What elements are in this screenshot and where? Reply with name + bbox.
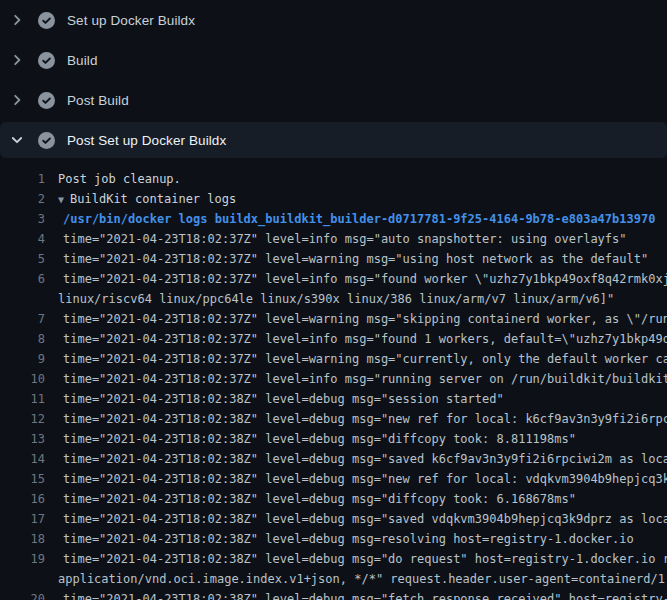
log-line-content: time="2021-04-23T18:02:38Z" level=debug … [63,432,576,446]
log-line-number[interactable]: 11 [0,389,45,409]
log-line-text: time="2021-04-23T18:02:37Z" level=info m… [63,229,627,249]
log-line-number[interactable]: 5 [0,249,45,269]
log-line-text: time="2021-04-23T18:02:38Z" level=debug … [63,529,634,549]
log-line-text: time="2021-04-23T18:02:38Z" level=debug … [63,429,576,449]
log-line-content: time="2021-04-23T18:02:38Z" level=debug … [63,592,667,600]
log-line-number[interactable]: 3 [0,209,45,229]
log-group-toggle-icon[interactable]: ▼ [58,194,70,205]
log-line: 1 Post job cleanup. [0,169,667,189]
log-line-content: time="2021-04-23T18:02:38Z" level=debug … [63,412,667,426]
success-check-icon [38,12,55,29]
log-line-number[interactable]: 14 [0,449,45,469]
log-panel: 1 Post job cleanup. 2 ▼ BuildKit contain… [0,158,667,600]
log-line-number[interactable]: 20 [0,589,45,600]
log-line-content: linux/riscv64 linux/ppc64le linux/s390x … [58,292,614,306]
actions-log-page: { "theme": { "page_bg": "#0d1117", "expa… [0,0,667,600]
log-line-content: BuildKit container logs [70,192,236,206]
log-line-number[interactable]: 19 [0,549,45,569]
log-line: 2 ▼ BuildKit container logs [0,189,667,209]
step-row-post-build[interactable]: Post Build [0,80,667,120]
log-line: 10 time="2021-04-23T18:02:37Z" level=inf… [0,369,667,389]
log-line-text: time="2021-04-23T18:02:38Z" level=debug … [63,449,667,469]
log-line-content: time="2021-04-23T18:02:37Z" level=info m… [63,272,667,286]
log-line: 5 time="2021-04-23T18:02:37Z" level=warn… [0,249,667,269]
log-line-text: time="2021-04-23T18:02:37Z" level=warnin… [63,349,667,369]
log-line-text: application/vnd.oci.image.index.v1+json,… [58,569,667,589]
log-line-content: time="2021-04-23T18:02:38Z" level=debug … [63,492,576,506]
log-line-text: Post job cleanup. [58,169,181,189]
log-line-text: time="2021-04-23T18:02:37Z" level=info m… [63,269,667,289]
step-title: Set up Docker Buildx [67,13,195,28]
log-line-content: time="2021-04-23T18:02:38Z" level=debug … [63,532,634,546]
step-title: Post Build [67,93,129,108]
log-line-text: time="2021-04-23T18:02:37Z" level=info m… [63,369,667,389]
log-line-text: time="2021-04-23T18:02:38Z" level=debug … [63,469,667,489]
success-check-icon [38,52,55,69]
log-line-text: time="2021-04-23T18:02:38Z" level=debug … [63,549,667,569]
log-line-number[interactable]: 15 [0,469,45,489]
log-line-content: time="2021-04-23T18:02:38Z" level=debug … [63,452,667,466]
step-row-build[interactable]: Build [0,40,667,80]
log-line: 4 time="2021-04-23T18:02:37Z" level=info… [0,229,667,249]
log-line-number[interactable]: 18 [0,529,45,549]
log-line-content: time="2021-04-23T18:02:37Z" level=warnin… [63,312,667,326]
log-line-content: time="2021-04-23T18:02:38Z" level=debug … [63,512,667,526]
step-row-setup-docker-buildx[interactable]: Set up Docker Buildx [0,0,667,40]
log-line-content: time="2021-04-23T18:02:37Z" level=warnin… [63,352,667,366]
log-line-content: application/vnd.oci.image.index.v1+json,… [58,572,667,586]
log-line: 11 time="2021-04-23T18:02:38Z" level=deb… [0,389,667,409]
log-line-number[interactable]: 10 [0,369,45,389]
chevron-down-icon [9,132,25,148]
log-line-content: time="2021-04-23T18:02:37Z" level=info m… [63,332,667,346]
chevron-right-icon [9,52,25,68]
log-line-content: Post job cleanup. [58,172,181,186]
log-line-text: time="2021-04-23T18:02:37Z" level=info m… [63,329,667,349]
log-line: 18 time="2021-04-23T18:02:38Z" level=deb… [0,529,667,549]
log-line: 13 time="2021-04-23T18:02:38Z" level=deb… [0,429,667,449]
step-row-post-setup-docker-buildx[interactable]: Post Set up Docker Buildx [0,122,667,158]
log-line: 20 time="2021-04-23T18:02:38Z" level=deb… [0,589,667,600]
chevron-right-icon [9,12,25,28]
log-line-number[interactable]: 1 [0,169,45,189]
log-line-text: time="2021-04-23T18:02:38Z" level=debug … [63,589,667,600]
log-line-number[interactable]: 17 [0,509,45,529]
success-check-icon [38,132,55,149]
log-line-content: time="2021-04-23T18:02:37Z" level=info m… [63,232,627,246]
log-line-content: time="2021-04-23T18:02:38Z" level=debug … [63,392,504,406]
log-line: 14 time="2021-04-23T18:02:38Z" level=deb… [0,449,667,469]
log-line-number[interactable]: 6 [0,269,45,289]
log-line: 16 time="2021-04-23T18:02:38Z" level=deb… [0,489,667,509]
log-line-number[interactable]: 12 [0,409,45,429]
log-line: 12 time="2021-04-23T18:02:38Z" level=deb… [0,409,667,429]
log-line-number[interactable]: 13 [0,429,45,449]
log-line-number[interactable]: 9 [0,349,45,369]
log-line-number[interactable] [0,289,45,309]
log-line-content: time="2021-04-23T18:02:38Z" level=debug … [63,552,667,566]
log-line: 3 /usr/bin/docker logs buildx_buildkit_b… [0,209,667,229]
success-check-icon [38,92,55,109]
log-line-text: time="2021-04-23T18:02:37Z" level=warnin… [63,249,648,269]
log-line: 17 time="2021-04-23T18:02:38Z" level=deb… [0,509,667,529]
log-line-content: /usr/bin/docker logs buildx_buildkit_bui… [63,212,655,226]
log-line-text: /usr/bin/docker logs buildx_buildkit_bui… [63,209,655,229]
log-line-number[interactable]: 7 [0,309,45,329]
log-line-number[interactable]: 2 [0,189,45,209]
log-line-content: time="2021-04-23T18:02:37Z" level=warnin… [63,252,648,266]
log-line-number[interactable]: 8 [0,329,45,349]
log-line-text: time="2021-04-23T18:02:37Z" level=warnin… [63,309,667,329]
log-line-text: time="2021-04-23T18:02:38Z" level=debug … [63,489,576,509]
log-line: 19 time="2021-04-23T18:02:38Z" level=deb… [0,549,667,569]
log-line: 6 time="2021-04-23T18:02:37Z" level=info… [0,269,667,289]
log-line-number[interactable] [0,569,45,589]
log-line-content: time="2021-04-23T18:02:38Z" level=debug … [63,472,667,486]
log-line: application/vnd.oci.image.index.v1+json,… [0,569,667,589]
log-line-number[interactable]: 4 [0,229,45,249]
log-line-number[interactable]: 16 [0,489,45,509]
chevron-right-icon [9,92,25,108]
log-line-content: time="2021-04-23T18:02:37Z" level=info m… [63,372,667,386]
log-line-text: time="2021-04-23T18:02:38Z" level=debug … [63,389,504,409]
log-line: 15 time="2021-04-23T18:02:38Z" level=deb… [0,469,667,489]
step-title: Build [67,53,98,68]
log-line: 9 time="2021-04-23T18:02:37Z" level=warn… [0,349,667,369]
log-line: 8 time="2021-04-23T18:02:37Z" level=info… [0,329,667,349]
